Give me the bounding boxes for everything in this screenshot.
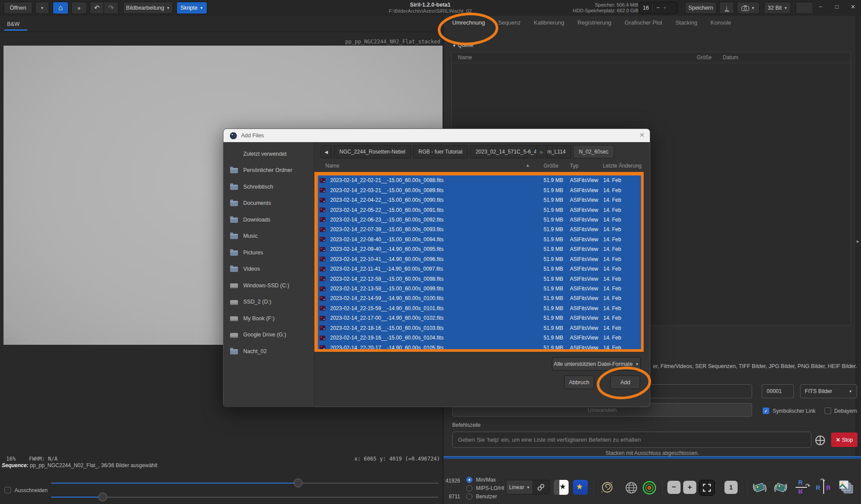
file-format-filter-select[interactable]: Alle unterstützten Datei-Formate▼: [552, 357, 641, 371]
place-item[interactable]: Persönlicher Ordner: [223, 162, 314, 179]
column-size[interactable]: Größe: [697, 54, 712, 61]
photometry-button[interactable]: ++: [600, 480, 615, 497]
flip-horizontal-button[interactable]: R Я ↷: [816, 479, 833, 496]
negative-view-toggle[interactable]: ★: [554, 480, 569, 495]
radio-icon[interactable]: [466, 493, 472, 500]
low-cutoff-slider[interactable]: [50, 496, 439, 498]
file-column-name[interactable]: Name: [325, 163, 339, 169]
dialog-close-icon[interactable]: ✕: [639, 132, 645, 139]
file-row[interactable]: 2023-02-14_22-20-17__-14.90_60.00s_0105.…: [318, 343, 641, 351]
place-item[interactable]: Windows-SSD (C:): [223, 277, 314, 294]
high-cutoff-slider-thumb[interactable]: [294, 479, 303, 487]
file-row[interactable]: 2023-02-14_22-06-23__-15.00_60.00s_0092.…: [318, 215, 641, 225]
file-row[interactable]: 2023-02-14_22-11-41__-14.90_60.00s_0097.…: [318, 264, 641, 274]
astrometry-button[interactable]: [624, 481, 638, 497]
place-item[interactable]: Pictures: [223, 244, 314, 261]
open-dropdown-button[interactable]: ▼: [35, 2, 49, 14]
plus-icon[interactable]: +: [663, 5, 670, 11]
symlink-checkbox[interactable]: ✓: [763, 407, 769, 414]
hamburger-menu-button[interactable]: [796, 2, 813, 14]
place-item[interactable]: Zuletzt verwendet: [223, 146, 314, 162]
file-column-modified[interactable]: Letzte Änderung: [603, 163, 641, 169]
minimize-button[interactable]: −: [816, 4, 825, 10]
place-item[interactable]: Documents: [223, 195, 314, 212]
zoom-100-button[interactable]: 1: [724, 481, 738, 494]
file-row[interactable]: 2023-02-14_22-19-16__-15.00_60.00s_0104.…: [318, 333, 641, 343]
dialog-title-bar[interactable]: Add Files ✕: [223, 129, 650, 142]
add-button[interactable]: Add: [610, 375, 640, 389]
rotate-cw-button[interactable]: [773, 480, 789, 497]
main-tab[interactable]: Stacking: [675, 19, 697, 26]
place-item[interactable]: Videos: [223, 261, 314, 278]
breadcrumb-item[interactable]: N_02_60sec: [573, 145, 614, 158]
home-button[interactable]: ⌂: [53, 2, 68, 14]
stop-button[interactable]: ✕ Stop: [831, 433, 857, 447]
place-item[interactable]: Schreibtisch: [223, 179, 314, 195]
crop-checkbox[interactable]: [4, 487, 11, 493]
snapshot-button[interactable]: ▼: [737, 2, 760, 14]
radio-icon[interactable]: [466, 477, 472, 483]
false-color-toggle[interactable]: ★: [573, 480, 588, 495]
low-cutoff-slider-thumb[interactable]: [98, 493, 107, 501]
file-row[interactable]: 2023-02-14_22-07-39__-15.00_60.00s_0093.…: [318, 225, 641, 234]
zoom-fit-button[interactable]: [699, 480, 715, 496]
minus-icon[interactable]: −: [653, 5, 663, 11]
zoom-out-button[interactable]: −: [667, 481, 681, 494]
file-column-size[interactable]: Größe: [544, 163, 558, 169]
file-column-type[interactable]: Typ: [570, 163, 578, 169]
channel-link-button[interactable]: [533, 480, 549, 494]
source-section-header[interactable]: ▼ Quelle: [452, 42, 474, 48]
command-input[interactable]: [452, 432, 811, 448]
scripts-menu-button[interactable]: Skripte▼: [177, 2, 207, 14]
column-name[interactable]: Name: [458, 54, 472, 61]
stretch-mode-select[interactable]: Linear▼: [506, 480, 533, 494]
output-format-select[interactable]: FITS Bilder▼: [800, 384, 857, 398]
display-mode-option[interactable]: Benutzer: [466, 493, 504, 500]
file-row[interactable]: 2023-02-14_22-05-22__-15.00_60.00s_0091.…: [318, 205, 641, 214]
globe-plus-icon[interactable]: [814, 434, 826, 447]
breadcrumb-item[interactable]: RGB - fuer Tutorial: [413, 145, 468, 158]
main-tab[interactable]: Grafischer Plot: [624, 19, 662, 26]
threads-spinbox[interactable]: 16 − +: [639, 2, 677, 14]
main-tab[interactable]: Sequenz: [498, 19, 520, 26]
sequence-frames-button[interactable]: [838, 480, 854, 497]
undo-button[interactable]: ↶: [90, 2, 104, 14]
main-tab[interactable]: Kalibrierung: [534, 19, 564, 26]
display-mode-option[interactable]: MIPS-LO/HI: [466, 484, 504, 492]
tab-bw[interactable]: B&W: [7, 21, 19, 27]
quick-photometry-button[interactable]: [642, 480, 657, 497]
breadcrumb-forward-button[interactable]: ▶: [536, 145, 548, 158]
file-row[interactable]: 2023-02-14_22-13-58__-15.00_60.00s_0099.…: [318, 284, 641, 293]
debayer-checkbox[interactable]: [825, 407, 831, 414]
file-row[interactable]: 2023-02-14_22-17-00__-14.90_60.00s_0102.…: [318, 313, 641, 323]
rotate-ccw-button[interactable]: [752, 480, 767, 497]
high-cutoff-slider[interactable]: [50, 482, 439, 484]
place-item[interactable]: SSD_2 (D:): [223, 294, 314, 311]
sort-asc-icon[interactable]: ▲: [526, 163, 530, 168]
file-row[interactable]: 2023-02-14_22-03-21__-15.00_60.00s_0089.…: [318, 185, 641, 195]
breadcrumb-item[interactable]: NGC_2244_Rosetten-Nebel: [334, 145, 411, 158]
cancel-button[interactable]: Abbruch: [564, 375, 594, 389]
maximize-button[interactable]: □: [832, 4, 842, 10]
save-button[interactable]: Speichern: [685, 2, 717, 14]
file-row[interactable]: 2023-02-14_22-08-40__-15.00_60.00s_0094.…: [318, 235, 641, 244]
file-row[interactable]: 2023-02-14_22-12-58__-15.00_60.00s_0098.…: [318, 274, 641, 283]
place-item[interactable]: Downloads: [223, 211, 314, 228]
radio-icon[interactable]: [466, 485, 472, 491]
expander-icon[interactable]: ▶: [857, 239, 859, 243]
main-tab[interactable]: Umrechnung: [452, 19, 485, 26]
redo-button[interactable]: ↷: [104, 2, 119, 14]
file-row[interactable]: 2023-02-14_22-10-41__-14.90_60.00s_0096.…: [318, 254, 641, 264]
place-item[interactable]: My Book (F:): [223, 310, 314, 327]
flip-vertical-button[interactable]: R R ↷: [796, 479, 811, 496]
image-processing-menu-button[interactable]: Bildbearbeitung▼: [123, 2, 173, 14]
breadcrumb-back-button[interactable]: ◀: [321, 145, 332, 158]
start-index-input[interactable]: 00001: [762, 384, 794, 398]
save-as-button[interactable]: ↓: [719, 2, 734, 14]
grey-visualisation-button[interactable]: ●: [71, 2, 87, 14]
open-button[interactable]: Öffnen: [4, 2, 32, 14]
place-item[interactable]: Google Drive (G:): [223, 327, 314, 343]
close-button[interactable]: ✕: [848, 4, 858, 10]
main-tab[interactable]: Konsole: [710, 19, 731, 26]
place-item[interactable]: Music: [223, 228, 314, 245]
